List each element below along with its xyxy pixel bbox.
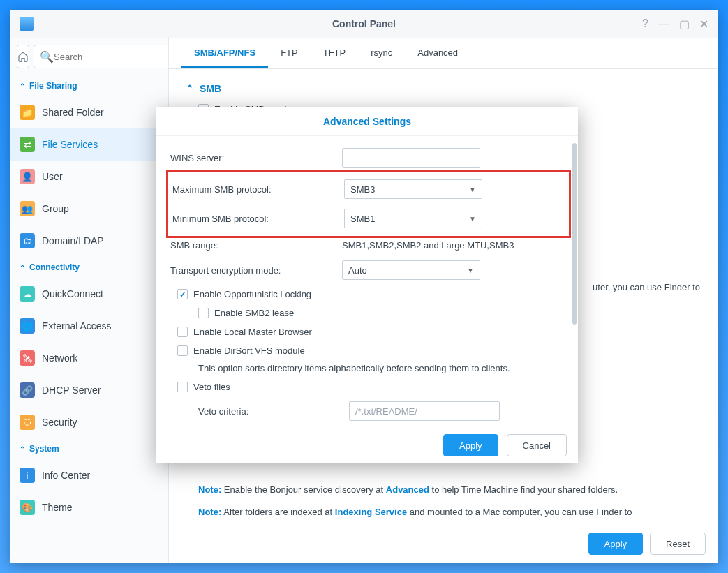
chevron-down-icon: ▼ xyxy=(467,267,474,274)
bg-hint-text: uter, you can use Finder to xyxy=(593,282,700,292)
shield-icon: 🛡 xyxy=(20,415,35,430)
sidebar-item-file-services[interactable]: ⇄File Services xyxy=(10,128,168,161)
help-icon[interactable]: ? xyxy=(642,17,648,31)
tab-ftp[interactable]: FTP xyxy=(268,38,311,68)
symlinks-within-row: Allow symbolic links within shared folde… xyxy=(170,426,567,427)
tab-tftp[interactable]: TFTP xyxy=(311,38,359,68)
tab-advanced[interactable]: Advanced xyxy=(405,38,470,68)
tab-bar: SMB/AFP/NFS FTP TFTP rsync Advanced xyxy=(169,38,718,69)
section-system[interactable]: ⌃System xyxy=(10,438,168,459)
dhcp-icon: 🔗 xyxy=(20,382,35,398)
chevron-up-icon: ⌃ xyxy=(20,445,25,453)
chevron-up-icon: ⌃ xyxy=(186,83,194,94)
main-footer: Apply Reset xyxy=(588,533,706,555)
max-smb-label: Maximum SMB protocol: xyxy=(172,184,344,195)
domain-icon: 🗂 xyxy=(20,233,35,248)
app-icon xyxy=(20,17,34,31)
sidebar: 🔍 ⌃File Sharing 📁Shared Folder ⇄File Ser… xyxy=(10,38,169,563)
sidebar-item-theme[interactable]: 🎨Theme xyxy=(10,491,168,523)
folder-icon: 📁 xyxy=(20,105,35,120)
tab-rsync[interactable]: rsync xyxy=(358,38,405,68)
home-button[interactable] xyxy=(17,45,29,68)
dialog-apply-button[interactable]: Apply xyxy=(443,434,498,456)
group-icon: 👥 xyxy=(20,201,35,216)
maximize-icon[interactable]: ▢ xyxy=(679,17,690,31)
smb-range-value: SMB1,SMB2,SMB2 and Large MTU,SMB3 xyxy=(342,240,567,251)
sidebar-item-domain[interactable]: 🗂Domain/LDAP xyxy=(10,225,168,257)
apply-button[interactable]: Apply xyxy=(588,533,644,555)
note-indexing: Note: After folders are indexed at Index… xyxy=(186,501,701,523)
sidebar-item-shared-folder[interactable]: 📁Shared Folder xyxy=(10,96,168,128)
dialog-body: WINS server: Maximum SMB protocol:SMB3▼ … xyxy=(156,136,578,427)
transport-label: Transport encryption mode: xyxy=(170,265,342,276)
palette-icon: 🎨 xyxy=(20,500,35,515)
cloud-icon: ☁ xyxy=(20,286,35,302)
chevron-up-icon: ⌃ xyxy=(20,264,25,271)
control-panel-window: Control Panel ? — ▢ ✕ 🔍 ⌃File Sharing 📁S… xyxy=(10,10,718,563)
indexing-link[interactable]: Indexing Service xyxy=(335,507,407,517)
veto-row: Veto files xyxy=(170,378,567,396)
section-file-sharing[interactable]: ⌃File Sharing xyxy=(10,75,168,96)
search-input[interactable] xyxy=(54,52,169,62)
dirsort-hint: This option sorts directory items alphab… xyxy=(170,360,567,378)
dialog-title: Advanced Settings xyxy=(156,107,578,136)
sidebar-item-quickconnect[interactable]: ☁QuickConnect xyxy=(10,278,168,310)
local-master-checkbox[interactable] xyxy=(177,327,188,337)
chevron-up-icon: ⌃ xyxy=(20,82,25,90)
note-bonjour: Note: Enable the Bonjour service discove… xyxy=(186,479,701,501)
window-controls: ? — ▢ ✕ xyxy=(642,17,708,31)
tab-smb-afp-nfs[interactable]: SMB/AFP/NFS xyxy=(181,38,268,68)
highlight-box: Maximum SMB protocol:SMB3▼ Minimum SMB p… xyxy=(166,170,571,238)
sidebar-item-network[interactable]: 🛰Network xyxy=(10,342,168,374)
veto-criteria-input[interactable] xyxy=(349,401,500,421)
user-icon: 👤 xyxy=(20,169,35,184)
dirsort-checkbox[interactable] xyxy=(177,345,188,356)
local-master-row: Enable Local Master Browser xyxy=(170,322,567,341)
sidebar-item-external-access[interactable]: 🌐External Access xyxy=(10,310,168,342)
advanced-link[interactable]: Advanced xyxy=(386,484,429,495)
chevron-down-icon: ▼ xyxy=(469,186,476,193)
titlebar: Control Panel ? — ▢ ✕ xyxy=(10,10,718,38)
network-icon: 🛰 xyxy=(20,350,35,366)
dirsort-row: Enable DirSort VFS module xyxy=(170,341,567,360)
dialog-footer: Apply Cancel xyxy=(156,427,578,463)
window-title: Control Panel xyxy=(10,18,718,29)
opp-lock-row: Enable Opportunistic Locking xyxy=(170,285,567,304)
minimize-icon[interactable]: — xyxy=(658,17,669,31)
max-smb-select[interactable]: SMB3▼ xyxy=(344,179,482,199)
smb2-lease-checkbox[interactable] xyxy=(198,308,209,318)
chevron-down-icon: ▼ xyxy=(469,215,476,223)
dialog-cancel-button[interactable]: Cancel xyxy=(507,434,567,456)
search-icon: 🔍 xyxy=(40,50,54,64)
wins-label: WINS server: xyxy=(170,153,342,163)
veto-criteria-label: Veto criteria: xyxy=(198,406,349,417)
sidebar-item-group[interactable]: 👥Group xyxy=(10,193,168,225)
sidebar-item-info-center[interactable]: iInfo Center xyxy=(10,459,168,491)
sidebar-item-security[interactable]: 🛡Security xyxy=(10,406,168,438)
reset-button[interactable]: Reset xyxy=(650,533,706,555)
file-services-icon: ⇄ xyxy=(20,137,35,152)
home-icon xyxy=(17,51,29,62)
advanced-settings-dialog: Advanced Settings WINS server: Maximum S… xyxy=(156,107,578,463)
smb2-lease-row: Enable SMB2 lease xyxy=(170,304,567,322)
transport-select[interactable]: Auto▼ xyxy=(342,260,480,280)
smb-panel-header[interactable]: ⌃SMB xyxy=(186,79,701,101)
min-smb-label: Minimum SMB protocol: xyxy=(172,214,344,224)
scrollbar[interactable] xyxy=(572,143,577,325)
sidebar-item-user[interactable]: 👤User xyxy=(10,161,168,193)
search-container[interactable]: 🔍 xyxy=(34,45,169,68)
sidebar-item-dhcp[interactable]: 🔗DHCP Server xyxy=(10,374,168,406)
globe-icon: 🌐 xyxy=(20,318,35,334)
opp-lock-checkbox[interactable] xyxy=(177,289,188,299)
veto-checkbox[interactable] xyxy=(177,382,188,392)
min-smb-select[interactable]: SMB1▼ xyxy=(344,209,482,228)
info-icon: i xyxy=(20,468,35,483)
wins-input[interactable] xyxy=(342,148,480,168)
section-connectivity[interactable]: ⌃Connectivity xyxy=(10,257,168,278)
close-icon[interactable]: ✕ xyxy=(699,17,708,31)
smb-range-label: SMB range: xyxy=(170,240,342,251)
